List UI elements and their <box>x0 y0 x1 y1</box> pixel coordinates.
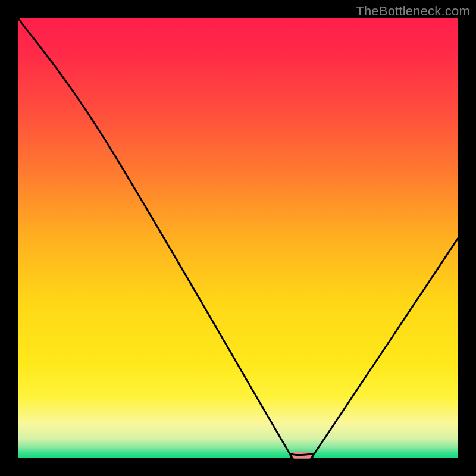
watermark-text: TheBottleneck.com <box>356 4 470 19</box>
plot-area <box>18 18 458 458</box>
chart-svg <box>0 0 476 476</box>
chart-stage: TheBottleneck.com <box>0 0 476 476</box>
